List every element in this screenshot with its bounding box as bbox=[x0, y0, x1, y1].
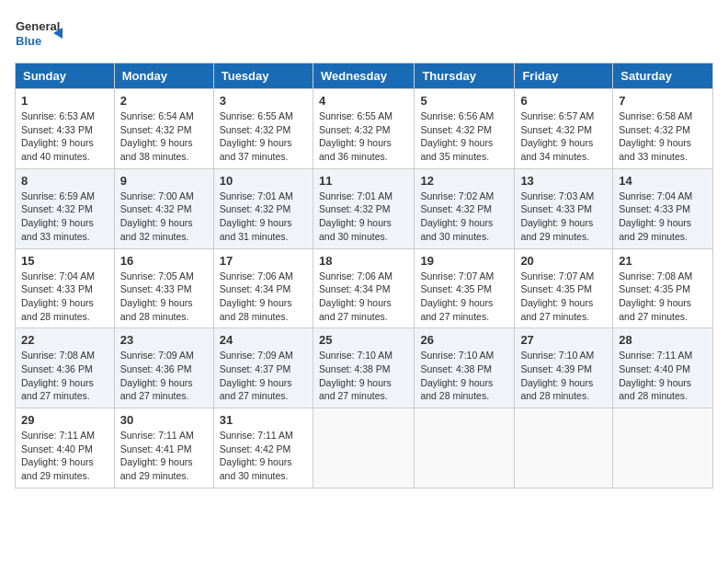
calendar-cell: 17Sunrise: 7:06 AMSunset: 4:34 PMDayligh… bbox=[213, 248, 313, 328]
day-number: 8 bbox=[21, 174, 108, 188]
calendar-cell: 13Sunrise: 7:03 AMSunset: 4:33 PMDayligh… bbox=[515, 168, 613, 248]
day-number: 15 bbox=[21, 254, 108, 268]
weekday-header-saturday: Saturday bbox=[613, 63, 713, 89]
day-info: Sunrise: 7:09 AMSunset: 4:36 PMDaylight:… bbox=[120, 349, 208, 403]
weekday-header-monday: Monday bbox=[114, 63, 213, 89]
calendar-cell: 20Sunrise: 7:07 AMSunset: 4:35 PMDayligh… bbox=[515, 248, 613, 328]
weekday-header-friday: Friday bbox=[515, 63, 613, 89]
calendar-cell bbox=[415, 408, 515, 488]
calendar-cell: 21Sunrise: 7:08 AMSunset: 4:35 PMDayligh… bbox=[613, 248, 713, 328]
calendar-cell bbox=[515, 408, 613, 488]
calendar-week-3: 15Sunrise: 7:04 AMSunset: 4:33 PMDayligh… bbox=[16, 248, 713, 328]
day-number: 2 bbox=[120, 94, 208, 108]
day-info: Sunrise: 7:11 AMSunset: 4:40 PMDaylight:… bbox=[619, 349, 707, 403]
day-info: Sunrise: 6:56 AMSunset: 4:32 PMDaylight:… bbox=[420, 109, 508, 164]
day-number: 19 bbox=[420, 254, 508, 268]
day-number: 31 bbox=[220, 413, 307, 427]
day-number: 13 bbox=[520, 174, 607, 188]
day-info: Sunrise: 6:53 AMSunset: 4:33 PMDaylight:… bbox=[21, 109, 108, 164]
calendar-cell: 26Sunrise: 7:10 AMSunset: 4:38 PMDayligh… bbox=[415, 328, 515, 408]
day-number: 4 bbox=[319, 94, 408, 108]
day-info: Sunrise: 7:06 AMSunset: 4:34 PMDaylight:… bbox=[319, 270, 408, 324]
day-number: 20 bbox=[520, 254, 607, 268]
calendar-cell: 22Sunrise: 7:08 AMSunset: 4:36 PMDayligh… bbox=[16, 328, 115, 408]
calendar-week-5: 29Sunrise: 7:11 AMSunset: 4:40 PMDayligh… bbox=[16, 408, 713, 488]
weekday-header-tuesday: Tuesday bbox=[213, 63, 313, 89]
day-number: 25 bbox=[319, 333, 408, 347]
calendar-cell: 9Sunrise: 7:00 AMSunset: 4:32 PMDaylight… bbox=[114, 168, 213, 248]
day-number: 24 bbox=[220, 333, 307, 347]
calendar-cell: 18Sunrise: 7:06 AMSunset: 4:34 PMDayligh… bbox=[313, 248, 414, 328]
calendar-cell: 1Sunrise: 6:53 AMSunset: 4:33 PMDaylight… bbox=[16, 89, 115, 169]
day-info: Sunrise: 7:04 AMSunset: 4:33 PMDaylight:… bbox=[619, 190, 707, 244]
calendar-cell: 12Sunrise: 7:02 AMSunset: 4:32 PMDayligh… bbox=[415, 168, 515, 248]
day-info: Sunrise: 7:01 AMSunset: 4:32 PMDaylight:… bbox=[319, 190, 408, 244]
day-info: Sunrise: 6:55 AMSunset: 4:32 PMDaylight:… bbox=[220, 109, 307, 164]
day-info: Sunrise: 7:07 AMSunset: 4:35 PMDaylight:… bbox=[420, 270, 508, 324]
day-info: Sunrise: 6:54 AMSunset: 4:32 PMDaylight:… bbox=[120, 109, 208, 164]
day-info: Sunrise: 7:03 AMSunset: 4:33 PMDaylight:… bbox=[520, 190, 607, 244]
day-info: Sunrise: 7:04 AMSunset: 4:33 PMDaylight:… bbox=[21, 270, 108, 324]
calendar-cell: 8Sunrise: 6:59 AMSunset: 4:32 PMDaylight… bbox=[16, 168, 115, 248]
calendar-cell: 27Sunrise: 7:10 AMSunset: 4:39 PMDayligh… bbox=[515, 328, 613, 408]
calendar-cell: 16Sunrise: 7:05 AMSunset: 4:33 PMDayligh… bbox=[114, 248, 213, 328]
logo: General Blue bbox=[15, 15, 65, 52]
day-info: Sunrise: 7:10 AMSunset: 4:38 PMDaylight:… bbox=[420, 349, 508, 403]
calendar-cell: 11Sunrise: 7:01 AMSunset: 4:32 PMDayligh… bbox=[313, 168, 414, 248]
day-info: Sunrise: 7:07 AMSunset: 4:35 PMDaylight:… bbox=[520, 270, 607, 324]
day-info: Sunrise: 6:55 AMSunset: 4:32 PMDaylight:… bbox=[319, 109, 408, 164]
day-number: 6 bbox=[520, 94, 607, 108]
calendar-cell: 25Sunrise: 7:10 AMSunset: 4:38 PMDayligh… bbox=[313, 328, 414, 408]
calendar-cell: 24Sunrise: 7:09 AMSunset: 4:37 PMDayligh… bbox=[213, 328, 313, 408]
calendar-cell: 31Sunrise: 7:11 AMSunset: 4:42 PMDayligh… bbox=[213, 408, 313, 488]
weekday-header-thursday: Thursday bbox=[415, 63, 515, 89]
calendar-week-4: 22Sunrise: 7:08 AMSunset: 4:36 PMDayligh… bbox=[16, 328, 713, 408]
calendar-cell: 15Sunrise: 7:04 AMSunset: 4:33 PMDayligh… bbox=[16, 248, 115, 328]
day-info: Sunrise: 7:11 AMSunset: 4:41 PMDaylight:… bbox=[120, 429, 208, 483]
weekday-header-row: SundayMondayTuesdayWednesdayThursdayFrid… bbox=[16, 63, 713, 89]
day-number: 23 bbox=[120, 333, 208, 347]
calendar-cell: 30Sunrise: 7:11 AMSunset: 4:41 PMDayligh… bbox=[114, 408, 213, 488]
calendar-cell: 19Sunrise: 7:07 AMSunset: 4:35 PMDayligh… bbox=[415, 248, 515, 328]
day-info: Sunrise: 7:00 AMSunset: 4:32 PMDaylight:… bbox=[120, 190, 208, 244]
day-number: 26 bbox=[420, 333, 508, 347]
day-number: 30 bbox=[120, 413, 208, 427]
day-info: Sunrise: 7:11 AMSunset: 4:42 PMDaylight:… bbox=[220, 429, 307, 483]
svg-text:Blue: Blue bbox=[16, 34, 41, 48]
day-number: 7 bbox=[619, 94, 707, 108]
calendar-cell: 6Sunrise: 6:57 AMSunset: 4:32 PMDaylight… bbox=[515, 89, 613, 169]
day-number: 22 bbox=[21, 333, 108, 347]
day-info: Sunrise: 7:06 AMSunset: 4:34 PMDaylight:… bbox=[220, 270, 307, 324]
calendar-cell: 4Sunrise: 6:55 AMSunset: 4:32 PMDaylight… bbox=[313, 89, 414, 169]
day-info: Sunrise: 6:59 AMSunset: 4:32 PMDaylight:… bbox=[21, 190, 108, 244]
day-number: 29 bbox=[21, 413, 108, 427]
weekday-header-sunday: Sunday bbox=[16, 63, 115, 89]
day-number: 1 bbox=[21, 94, 108, 108]
calendar-cell bbox=[613, 408, 713, 488]
calendar-cell: 3Sunrise: 6:55 AMSunset: 4:32 PMDaylight… bbox=[213, 89, 313, 169]
calendar-cell bbox=[313, 408, 414, 488]
day-info: Sunrise: 6:58 AMSunset: 4:32 PMDaylight:… bbox=[619, 109, 707, 164]
day-info: Sunrise: 7:01 AMSunset: 4:32 PMDaylight:… bbox=[220, 190, 307, 244]
calendar-week-2: 8Sunrise: 6:59 AMSunset: 4:32 PMDaylight… bbox=[16, 168, 713, 248]
logo-icon: General Blue bbox=[15, 15, 65, 52]
day-info: Sunrise: 6:57 AMSunset: 4:32 PMDaylight:… bbox=[520, 109, 607, 164]
day-info: Sunrise: 7:05 AMSunset: 4:33 PMDaylight:… bbox=[120, 270, 208, 324]
calendar-cell: 7Sunrise: 6:58 AMSunset: 4:32 PMDaylight… bbox=[613, 89, 713, 169]
day-number: 14 bbox=[619, 174, 707, 188]
calendar-week-1: 1Sunrise: 6:53 AMSunset: 4:33 PMDaylight… bbox=[16, 89, 713, 169]
day-number: 3 bbox=[220, 94, 307, 108]
day-number: 11 bbox=[319, 174, 408, 188]
calendar-cell: 2Sunrise: 6:54 AMSunset: 4:32 PMDaylight… bbox=[114, 89, 213, 169]
day-info: Sunrise: 7:02 AMSunset: 4:32 PMDaylight:… bbox=[420, 190, 508, 244]
day-number: 16 bbox=[120, 254, 208, 268]
day-number: 5 bbox=[420, 94, 508, 108]
calendar-cell: 23Sunrise: 7:09 AMSunset: 4:36 PMDayligh… bbox=[114, 328, 213, 408]
day-info: Sunrise: 7:11 AMSunset: 4:40 PMDaylight:… bbox=[21, 429, 108, 483]
day-info: Sunrise: 7:10 AMSunset: 4:38 PMDaylight:… bbox=[319, 349, 408, 403]
day-info: Sunrise: 7:09 AMSunset: 4:37 PMDaylight:… bbox=[220, 349, 307, 403]
day-info: Sunrise: 7:08 AMSunset: 4:35 PMDaylight:… bbox=[619, 270, 707, 324]
day-number: 9 bbox=[120, 174, 208, 188]
calendar-cell: 29Sunrise: 7:11 AMSunset: 4:40 PMDayligh… bbox=[16, 408, 115, 488]
day-number: 12 bbox=[420, 174, 508, 188]
